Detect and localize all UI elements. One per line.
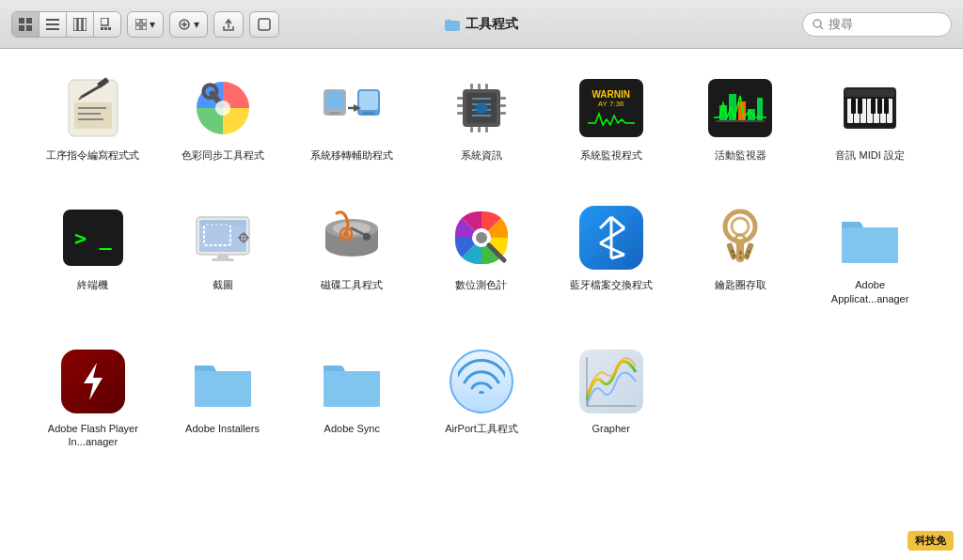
svg-rect-55 <box>470 84 473 89</box>
svg-rect-52 <box>500 97 506 100</box>
audiomidi-icon <box>837 75 903 141</box>
list-item[interactable]: 色彩同步工具程式 <box>158 68 288 169</box>
svg-point-65 <box>476 102 487 114</box>
size-btn[interactable]: ▾ <box>127 11 164 38</box>
adobe-installers-label: Adobe Installers <box>185 422 260 435</box>
list-item[interactable]: 磁碟工具程式 <box>287 197 417 313</box>
list-item[interactable]: 數位測色計 <box>417 197 546 313</box>
disk-icon <box>319 205 385 271</box>
svg-rect-14 <box>135 19 140 23</box>
list-item[interactable]: Adobe Sync <box>287 341 417 457</box>
toolbar-left: ▾ ▾ <box>11 11 279 38</box>
svg-rect-84 <box>877 99 882 114</box>
svg-rect-5 <box>46 23 59 25</box>
window-title-area: 工具程式 <box>445 16 518 33</box>
view-gallery-btn[interactable] <box>94 12 120 37</box>
svg-rect-53 <box>500 104 506 107</box>
keychain-icon <box>707 205 773 271</box>
svg-rect-90 <box>200 221 245 226</box>
view-mode-group[interactable] <box>11 11 121 38</box>
svg-rect-86 <box>845 89 894 97</box>
toolbar-right <box>802 12 952 37</box>
svg-point-106 <box>476 232 487 243</box>
list-item[interactable]: AirPort工具程式 <box>417 341 546 457</box>
svg-rect-82 <box>858 99 862 114</box>
title-bar: ▾ ▾ 工具程式 <box>0 0 963 49</box>
tag-btn[interactable] <box>249 11 279 38</box>
list-item[interactable]: 工序指令編寫程式式 <box>28 68 158 169</box>
list-item[interactable]: > _ 終端機 <box>28 197 158 313</box>
svg-rect-3 <box>26 25 32 31</box>
main-content: 工序指令編寫程式式 <box>0 49 963 560</box>
search-box[interactable] <box>802 12 952 37</box>
list-item[interactable]: 活動監視器 <box>676 68 806 169</box>
svg-rect-41 <box>325 91 344 110</box>
adobe-app-manager-label: Adobe Applicat...anager <box>818 278 922 305</box>
view-list-btn[interactable] <box>39 12 67 37</box>
watermark: 科技免 <box>908 531 954 551</box>
terminal-label: 終端機 <box>77 278 108 291</box>
svg-rect-10 <box>101 18 108 25</box>
svg-rect-6 <box>46 28 59 30</box>
flash-label: Adobe Flash Player In...anager <box>41 422 145 449</box>
airport-tile <box>450 350 513 413</box>
svg-rect-51 <box>457 112 463 115</box>
bluetooth-label: 藍牙檔案交換程式 <box>570 278 653 291</box>
adobe-installers-icon <box>190 349 256 414</box>
sysinfo-label: 系統資訊 <box>461 148 502 162</box>
bluetooth-tile <box>579 206 643 270</box>
view-columns-btn[interactable] <box>67 12 94 37</box>
svg-rect-24 <box>445 20 451 23</box>
list-item[interactable]: Adobe Applicat...anager <box>805 197 935 313</box>
screenshot-icon <box>190 205 256 271</box>
screenshot-label: 截圖 <box>213 278 233 291</box>
svg-rect-42 <box>329 112 340 115</box>
warning-tile: WARNIN AY 7:36 <box>579 79 643 137</box>
svg-rect-54 <box>500 112 506 115</box>
list-item[interactable]: 截圖 <box>158 197 288 313</box>
list-item[interactable]: Adobe Flash Player In...anager <box>28 341 158 457</box>
airport-icon <box>449 349 514 414</box>
adobe-sync-icon <box>319 349 385 414</box>
svg-rect-59 <box>478 127 481 132</box>
svg-rect-83 <box>871 99 876 114</box>
list-item[interactable]: Adobe Installers <box>158 341 288 457</box>
audiomidi-label: 音訊 MIDI 設定 <box>835 148 904 162</box>
size-dropdown-arrow: ▾ <box>150 18 155 31</box>
colorpicker-label: 數位測色計 <box>455 278 507 291</box>
flash-icon-wrap <box>60 349 126 414</box>
bluetooth-icon <box>578 205 644 271</box>
colorsync-icon <box>190 75 256 141</box>
share-btn[interactable] <box>213 11 244 38</box>
svg-rect-11 <box>101 27 103 30</box>
list-item[interactable]: Grapher <box>546 341 676 457</box>
sysmonitor-icon: WARNIN AY 7:36 <box>578 75 644 141</box>
grapher-tile <box>579 350 643 413</box>
list-item[interactable]: 音訊 MIDI 設定 <box>805 68 935 169</box>
svg-rect-17 <box>142 25 147 30</box>
svg-point-101 <box>363 233 371 241</box>
svg-marker-126 <box>84 363 103 400</box>
folder-title-icon <box>445 17 460 32</box>
list-item[interactable]: 系統資訊 <box>417 68 546 169</box>
svg-rect-7 <box>73 18 77 31</box>
svg-rect-66 <box>716 120 765 122</box>
svg-rect-16 <box>142 19 147 23</box>
migration-icon <box>319 75 385 141</box>
list-item[interactable]: 鑰匙圈存取 <box>676 197 806 313</box>
svg-point-114 <box>725 211 755 241</box>
svg-rect-118 <box>739 251 742 255</box>
grapher-label: Grapher <box>592 422 630 435</box>
svg-rect-15 <box>135 25 140 30</box>
view-icon-btn[interactable] <box>12 12 39 37</box>
svg-rect-119 <box>739 257 742 259</box>
svg-rect-45 <box>363 112 374 115</box>
action-btn[interactable]: ▾ <box>169 11 208 38</box>
migration-label: 系統移轉輔助程式 <box>310 148 393 162</box>
list-item[interactable]: WARNIN AY 7:36 系統監視程式 <box>546 68 676 169</box>
list-item[interactable]: 系統移轉輔助程式 <box>287 68 417 169</box>
svg-rect-13 <box>108 27 111 30</box>
svg-rect-95 <box>212 258 234 261</box>
list-item[interactable]: 藍牙檔案交換程式 <box>546 197 676 313</box>
search-input[interactable] <box>829 17 941 31</box>
